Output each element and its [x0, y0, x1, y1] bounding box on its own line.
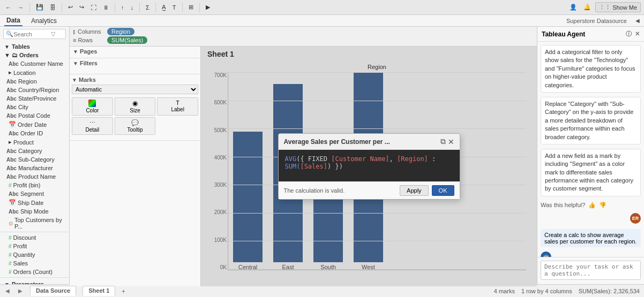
- scroll-left-icon[interactable]: ◀: [4, 288, 11, 294]
- sigma-button[interactable]: Σ: [144, 3, 152, 12]
- dim-product-name[interactable]: Abc Product Name: [0, 172, 69, 181]
- dim-customer-name[interactable]: Abc Customer Name: [0, 59, 69, 68]
- dialog-ok-button[interactable]: OK: [432, 185, 454, 196]
- present-button[interactable]: ▶: [204, 3, 212, 12]
- parameters-header: ▼ Parameters: [0, 279, 69, 284]
- user-message-row: ER: [541, 213, 641, 224]
- suggestion-3[interactable]: Add a new field as a mark by including "…: [541, 149, 641, 196]
- dim-order-id[interactable]: Abc Order ID: [0, 129, 69, 138]
- dim-state[interactable]: Abc State/Province: [0, 94, 69, 103]
- redo2-button[interactable]: ↪: [77, 3, 86, 12]
- abc-icon-pname: Abc: [6, 174, 17, 180]
- orders-folder[interactable]: ▼ 🗂 Orders: [0, 51, 69, 59]
- menu-data[interactable]: Data: [4, 16, 23, 26]
- abc-icon-region: Abc: [6, 79, 17, 85]
- measure-icon-profit: #: [9, 243, 12, 249]
- marks-type-select[interactable]: Automatic Bar Line Area Circle Square Te…: [72, 85, 198, 94]
- dim-city[interactable]: Abc City: [0, 103, 69, 111]
- dialog-overlay: Average Sales per Customer per ... ⧉ ✕ A…: [201, 47, 537, 286]
- filters-collapse[interactable]: ▼: [73, 60, 78, 66]
- fit-button[interactable]: ⛶: [88, 3, 99, 12]
- dim-ship-mode[interactable]: Abc Ship Mode: [0, 207, 69, 216]
- meas-orders-count[interactable]: # Orders (Count): [0, 268, 69, 276]
- add-sheet-icon[interactable]: +: [122, 288, 125, 294]
- sort-desc-button[interactable]: ↓: [129, 3, 136, 12]
- marks-tooltip-btn[interactable]: 💬 Tooltip: [115, 117, 156, 135]
- search-input[interactable]: [13, 31, 51, 37]
- bell-button[interactable]: 🔔: [581, 3, 593, 12]
- search-icon: 🔍: [6, 31, 13, 37]
- undo2-button[interactable]: ↩: [66, 3, 75, 12]
- dim-manufacturer[interactable]: Abc Manufacturer: [0, 164, 69, 172]
- undo-button[interactable]: ←: [3, 3, 13, 12]
- dim-location[interactable]: ▸ Location: [0, 68, 69, 77]
- agent-info-icon[interactable]: ⓘ: [626, 30, 632, 38]
- abc-icon: Abc: [9, 61, 19, 67]
- agent-header: Tableau Agent ⓘ ✕: [537, 27, 644, 42]
- region-pill[interactable]: Region: [107, 28, 134, 35]
- thumbs-up-icon-1[interactable]: 👍: [588, 202, 596, 209]
- dim-category[interactable]: Abc Category: [0, 147, 69, 155]
- marks-collapse[interactable]: ▼: [72, 77, 77, 83]
- show-me-button[interactable]: ⋮⋮ Show Me: [595, 2, 641, 12]
- tooltip-icon: 💬: [131, 119, 139, 126]
- dim-product[interactable]: ▸ Product: [0, 138, 69, 147]
- show-me-label: Show Me: [612, 4, 637, 11]
- show-me-icon: ⋮⋮: [599, 4, 611, 11]
- marks-size-btn[interactable]: ◉ Size: [115, 97, 156, 116]
- suggestion-2[interactable]: Replace "Category" with "Sub-Category" o…: [541, 97, 641, 144]
- dim-segment[interactable]: Abc Segment: [0, 189, 69, 198]
- dim-postal[interactable]: Abc Postal Code: [0, 111, 69, 120]
- dim-ship-date[interactable]: 📅 Ship Date: [0, 198, 69, 207]
- date-icon-ship: 📅: [9, 199, 16, 206]
- dim-country[interactable]: Abc Country/Region: [0, 86, 69, 94]
- marks-color-btn[interactable]: Color: [72, 97, 113, 116]
- fix-size-button[interactable]: ⊞: [186, 3, 196, 12]
- tables-collapse[interactable]: ▼: [4, 44, 10, 50]
- dialog-close-button[interactable]: ✕: [448, 137, 454, 146]
- agent-close-icon[interactable]: ✕: [635, 31, 640, 37]
- sep7: [199, 3, 200, 12]
- dialog-restore-button[interactable]: ⧉: [440, 137, 446, 146]
- sep5: [155, 3, 156, 12]
- account-button[interactable]: 👤: [567, 3, 579, 12]
- dim-subcategory[interactable]: Abc Sub-Category: [0, 155, 69, 164]
- meas-sales[interactable]: # Sales: [0, 259, 69, 268]
- scroll-right-icon[interactable]: ▶: [17, 288, 24, 294]
- measure-icon-qty: #: [9, 252, 12, 258]
- meas-discount[interactable]: # Discount: [0, 233, 69, 242]
- orders-expand-icon: ▼: [4, 52, 10, 58]
- save-button[interactable]: 💾: [34, 3, 46, 12]
- dialog-formula-area[interactable]: AVG({ FIXED [Customer Name], [Region] : …: [279, 150, 460, 182]
- dim-profit-bin[interactable]: # Profit (bin): [0, 181, 69, 189]
- sheet1-tab[interactable]: Sheet 1: [83, 286, 115, 296]
- meas-profit[interactable]: # Profit: [0, 242, 69, 250]
- new-datasource-button[interactable]: 🗄: [48, 3, 58, 12]
- meas-quantity[interactable]: # Quantity: [0, 250, 69, 259]
- datasource-tab[interactable]: Data Source: [30, 286, 76, 296]
- dialog-apply-button[interactable]: Apply: [400, 185, 429, 196]
- dim-region[interactable]: Abc Region: [0, 77, 69, 86]
- abc-icon-seg: Abc: [9, 191, 19, 197]
- pause-button[interactable]: ⏸: [101, 3, 111, 12]
- bot-message-row: 🤖: [541, 252, 641, 257]
- pages-collapse[interactable]: ▼: [73, 49, 78, 55]
- tables-header: ▼ Tables: [0, 41, 69, 51]
- suggestion-1[interactable]: Add a categorical filter to only show sa…: [541, 45, 641, 93]
- marks-label-btn[interactable]: T Label: [157, 97, 198, 116]
- thumbs-down-icon-1[interactable]: 👎: [599, 202, 606, 209]
- measure-icon-sales: #: [9, 261, 12, 266]
- set-top-customers[interactable]: ⊙ Top Customers by P...: [0, 216, 69, 231]
- agent-input[interactable]: [541, 261, 641, 280]
- collapse-left-icon[interactable]: ◀: [635, 18, 640, 24]
- filter-icon[interactable]: ▽: [51, 31, 55, 37]
- text-button[interactable]: T: [170, 3, 178, 12]
- params-collapse[interactable]: ▼: [4, 281, 10, 285]
- redo-button[interactable]: →: [16, 3, 26, 12]
- dim-order-date[interactable]: 📅 Order Date: [0, 120, 69, 129]
- highlight-button[interactable]: A̲: [160, 3, 168, 12]
- menu-analytics[interactable]: Analytics: [29, 16, 59, 26]
- marks-detail-btn[interactable]: ⋯ Detail: [72, 117, 113, 135]
- sort-asc-button[interactable]: ↑: [119, 3, 126, 12]
- sales-pill[interactable]: SUM(Sales): [107, 36, 147, 44]
